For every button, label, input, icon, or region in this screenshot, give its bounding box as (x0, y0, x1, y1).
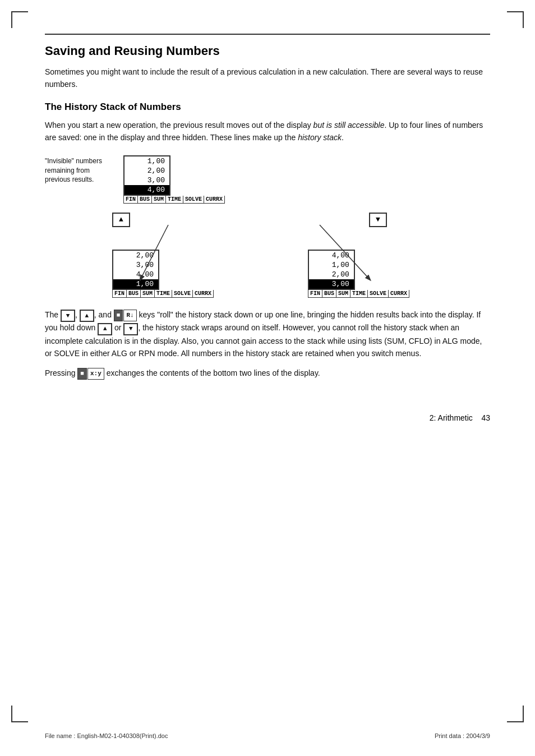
arrows-and-calcs: ▲ ▼ 2,00 3,00 4,00 1,00 FIN BUS SUM (112, 213, 443, 298)
top-rule (45, 34, 490, 35)
right-row-2: 1,00 (309, 260, 354, 270)
section-title: Saving and Reusing Numbers (45, 44, 490, 58)
footer-filename: File name : English-M02-1-040308(Print).… (45, 732, 168, 739)
shift-key-inline: ■ (114, 310, 123, 321)
corner-mark-br (507, 706, 524, 722)
left-row-2: 3,00 (113, 260, 158, 270)
page-number-area: 2: Arithmetic 43 (45, 413, 490, 422)
left-display: 2,00 3,00 4,00 1,00 FIN BUS SUM TIME SOL… (112, 250, 214, 298)
right-row-active: 3,00 (309, 279, 354, 289)
footer-printdate: Print data : 2004/3/9 (435, 732, 490, 739)
up-arrow-hold-key[interactable]: ▲ (98, 323, 112, 335)
corner-mark-tr (507, 11, 524, 28)
left-row-3: 4,00 (113, 270, 158, 279)
right-row-1: 4,00 (309, 251, 354, 260)
top-display: 1,00 2,00 3,00 4,00 FIN BUS SUM TIME SOL… (123, 155, 225, 204)
corner-mark-tl (11, 11, 28, 28)
down-arrow-inline-key[interactable]: ▼ (61, 310, 75, 322)
left-calc-display: 2,00 3,00 4,00 1,00 (112, 250, 159, 290)
right-display: 4,00 1,00 2,00 3,00 FIN BUS SUM TIME SOL… (308, 250, 409, 298)
up-arrow-button[interactable]: ▲ (112, 213, 130, 227)
top-row-1: 1,00 (124, 156, 169, 166)
top-row-3: 3,00 (124, 176, 169, 185)
diagram-area: "Invisible" numbers remaining from previ… (45, 155, 490, 298)
buttons-row: ▲ ▼ (112, 213, 387, 227)
left-calc-menu: FIN BUS SUM TIME SOLVE CURRX (112, 290, 214, 298)
right-calc-display: 4,00 1,00 2,00 3,00 (308, 250, 355, 290)
bottom-displays-row: 2,00 3,00 4,00 1,00 FIN BUS SUM TIME SOL… (112, 250, 409, 298)
body-paragraph-1: The ▼, ▲, and ■R↓ keys "roll" the histor… (45, 309, 490, 359)
down-arrow-button[interactable]: ▼ (369, 213, 387, 227)
diagram-label: "Invisible" numbers remaining from previ… (45, 155, 107, 185)
xy-key-wrap: ■x:y (77, 368, 104, 380)
chapter-label: 2: Arithmetic (430, 413, 473, 422)
intro-paragraph: Sometimes you might want to include the … (45, 66, 490, 90)
left-row-active: 1,00 (113, 279, 158, 289)
rl-key-wrap: ■R↓ (114, 310, 137, 321)
left-row-1: 2,00 (113, 251, 158, 260)
diagram-top: "Invisible" numbers remaining from previ… (45, 155, 225, 204)
page-num: 43 (481, 413, 490, 422)
rl-key-inline[interactable]: R↓ (123, 310, 136, 321)
top-calc-menu: FIN BUS SUM TIME SOLVE CURRX (123, 196, 225, 204)
right-row-3: 2,00 (309, 270, 354, 279)
top-row-2: 2,00 (124, 166, 169, 176)
top-row-active: 4,00 (124, 185, 169, 195)
corner-mark-bl (11, 706, 28, 722)
subsection-title: The History Stack of Numbers (45, 102, 490, 113)
subsection-description: When you start a new operation, the prev… (45, 119, 490, 144)
up-arrow-inline-key[interactable]: ▲ (80, 310, 94, 322)
xy-key-inline[interactable]: x:y (87, 368, 104, 380)
body-paragraph-2: Pressing ■x:y exchanges the contents of … (45, 367, 490, 380)
right-calc-menu: FIN BUS SUM TIME SOLVE CURRX (308, 290, 409, 298)
page-footer: File name : English-M02-1-040308(Print).… (45, 732, 490, 739)
down-arrow-hold-key[interactable]: ▼ (123, 323, 138, 335)
page: Saving and Reusing Numbers Sometimes you… (0, 0, 535, 756)
shift-key-xy: ■ (77, 368, 87, 380)
top-calc-display: 1,00 2,00 3,00 4,00 (123, 155, 170, 196)
